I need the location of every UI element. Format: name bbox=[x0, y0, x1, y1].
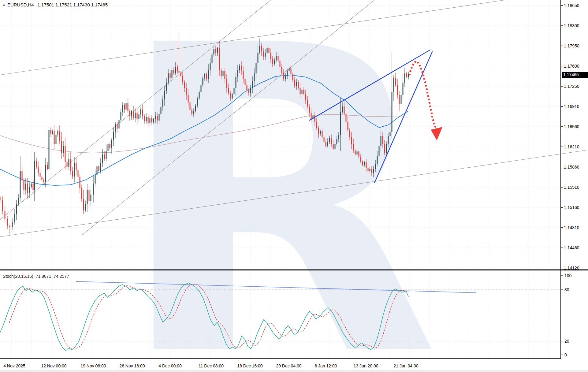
time-axis-label: 18 Dec 16:00 bbox=[230, 363, 270, 368]
time-axis-label: 26 Nov 16:00 bbox=[112, 363, 152, 368]
stoch-name: Stoch(20,15,15) bbox=[3, 274, 33, 279]
time-axis-label: 4 Nov 2025 bbox=[0, 363, 34, 368]
price-axis-label: 1.17600 bbox=[564, 64, 588, 69]
symbol-dropdown-icon[interactable]: ▼ bbox=[2, 4, 6, 7]
ohlc-low: 1.17430 bbox=[73, 2, 90, 7]
ohlc-high: 1.17521 bbox=[55, 2, 72, 7]
ohlc-open: 1.17501 bbox=[38, 2, 54, 7]
time-axis-label: 6 Jan 12:00 bbox=[306, 363, 346, 368]
stoch-axis-label: 20 bbox=[564, 339, 583, 344]
price-axis-label: 1.16210 bbox=[564, 144, 588, 149]
price-axis-label: 1.15510 bbox=[564, 185, 588, 190]
broker-watermark: R bbox=[115, 0, 440, 372]
time-axis-label: 11 Dec 08:00 bbox=[191, 363, 231, 368]
time-axis-label: 21 Jan 04:00 bbox=[386, 363, 426, 368]
time-axis-label: 12 Nov 00:00 bbox=[34, 363, 74, 368]
ohlc-close: 1.17465 bbox=[91, 2, 108, 7]
trading-terminal-window: R ▼EURUSD,H41.17501 1.17521 1.17430 1.17… bbox=[0, 0, 588, 372]
price-axis-label: 1.18650 bbox=[564, 3, 588, 8]
stoch-axis-label: 100 bbox=[564, 273, 583, 278]
stoch-main-value: 71.8671 bbox=[36, 274, 51, 279]
price-axis-label: 1.15160 bbox=[564, 205, 588, 210]
time-axis-label: 19 Nov 08:00 bbox=[73, 363, 113, 368]
price-axis-label: 1.16910 bbox=[564, 104, 588, 109]
stochastic-indicator-label: Stoch(20,15,15)71.867174.2577 bbox=[3, 274, 72, 279]
panel-separator2 bbox=[0, 271, 588, 271]
price-axis-label: 1.16560 bbox=[564, 124, 588, 129]
price-axis-label: 1.15860 bbox=[564, 165, 588, 169]
stoch-axis-label: 0 bbox=[564, 352, 583, 357]
bottom-scroll-strip[interactable] bbox=[0, 370, 588, 372]
price-axis-label: 1.14810 bbox=[564, 225, 588, 230]
panel-separator[interactable] bbox=[0, 270, 588, 270]
current-price-tag: 1.17465 bbox=[562, 72, 588, 78]
time-axis-label: 13 Jan 20:00 bbox=[346, 363, 386, 368]
price-axis-label: 1.17950 bbox=[564, 43, 588, 48]
chart-canvas[interactable]: R bbox=[0, 0, 588, 372]
price-axis-label: 1.14120 bbox=[564, 266, 588, 270]
price-axis-label: 1.18300 bbox=[564, 23, 588, 28]
stoch-axis-label: 80 bbox=[564, 287, 583, 292]
symbol-period-label: EURUSD,H4 bbox=[7, 2, 34, 7]
price-axis-label: 1.17250 bbox=[564, 84, 588, 89]
chart-title: ▼EURUSD,H41.17501 1.17521 1.17430 1.1746… bbox=[2, 2, 108, 7]
time-axis-label: 4 Dec 00:00 bbox=[150, 363, 190, 368]
time-axis-label: 29 Dec 04:00 bbox=[269, 363, 309, 368]
stoch-signal-value: 74.2577 bbox=[54, 274, 69, 279]
price-axis-label: 1.14460 bbox=[564, 245, 588, 250]
